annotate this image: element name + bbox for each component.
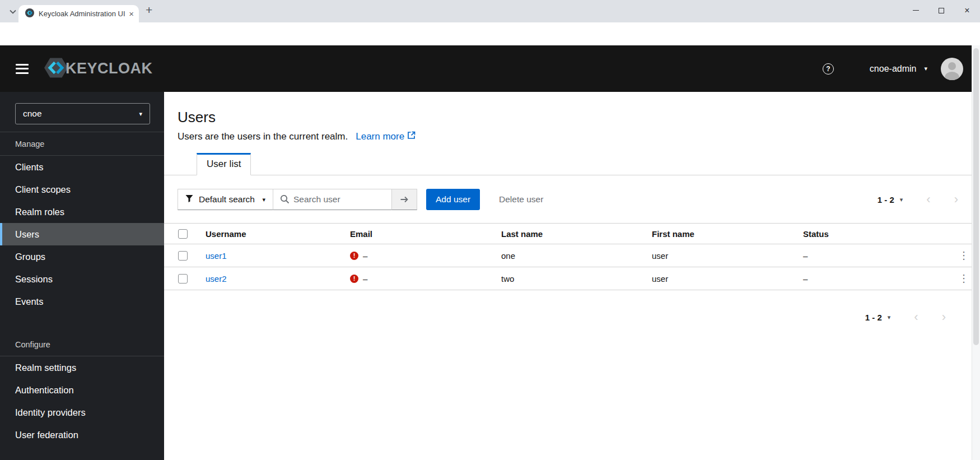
tab-search-button[interactable] [7, 6, 18, 17]
next-page-icon[interactable]: › [942, 311, 946, 323]
sidebar-item-clients[interactable]: Clients [0, 156, 164, 178]
page-description: Users are the users in the current realm… [178, 131, 348, 142]
brand-text: KEYCLOAK [66, 60, 153, 77]
select-all-cell [164, 229, 206, 239]
table-header-row: Username Email Last name First name Stat… [164, 223, 972, 244]
current-username: cnoe-admin [870, 64, 917, 74]
pagination-range[interactable]: 1 - 2 [878, 195, 894, 205]
search-field-wrap [273, 189, 392, 210]
column-header-status: Status [803, 229, 956, 239]
email-value: – [363, 274, 367, 284]
learn-more-link[interactable]: Learn more [356, 131, 416, 142]
search-type-label: Default search [199, 194, 262, 205]
email-cell: ! – [350, 274, 501, 284]
username-cell: user1 [206, 251, 350, 261]
status-cell: – [803, 251, 956, 261]
pagination-range[interactable]: 1 - 2 [865, 313, 882, 322]
previous-page-icon[interactable]: ‹ [914, 311, 918, 323]
delete-user-button[interactable]: Delete user [499, 194, 543, 205]
row-actions-kebab-icon[interactable]: ⋮ [956, 272, 972, 285]
scrollbar-thumb[interactable] [973, 48, 979, 345]
column-header-last-name: Last name [501, 229, 652, 239]
page-title: Users [178, 109, 958, 126]
top-pagination: 1 - 2 ▾ ‹ › [878, 193, 958, 206]
browser-tab-strip: Keycloak Administration UI × + × [0, 0, 980, 22]
nav-group-configure-title: Configure [0, 333, 164, 356]
page-header: Users Users are the users in the current… [164, 92, 972, 142]
tab-close-icon[interactable]: × [129, 10, 134, 18]
select-all-checkbox[interactable] [178, 229, 188, 239]
address-bar: Not secure https://cnoe.localtest.me:844… [0, 22, 980, 45]
caret-down-icon: ▾ [924, 65, 927, 72]
row-checkbox[interactable] [178, 274, 188, 284]
status-cell: – [803, 274, 956, 284]
last-name-cell: two [501, 274, 652, 284]
maximize-icon [939, 8, 944, 13]
keycloak-logo[interactable]: KEYCLOAK [41, 54, 153, 83]
tab-title: Keycloak Administration UI [39, 10, 125, 18]
column-header-email: Email [350, 229, 501, 239]
maximize-button[interactable] [928, 0, 954, 21]
minimize-button[interactable] [903, 0, 928, 21]
avatar-body [945, 72, 959, 80]
realm-selector[interactable]: cnoe ▾ [15, 103, 150, 124]
sidebar: cnoe ▾ Manage Clients Client scopes Real… [0, 92, 164, 460]
sidebar-item-realm-roles[interactable]: Realm roles [0, 201, 164, 223]
users-table: Username Email Last name First name Stat… [164, 223, 972, 290]
sidebar-item-users[interactable]: Users [0, 223, 164, 245]
user-link[interactable]: user1 [206, 251, 227, 261]
first-name-cell: user [652, 251, 803, 261]
sidebar-item-realm-settings[interactable]: Realm settings [0, 356, 164, 379]
last-name-cell: one [501, 251, 652, 261]
sidebar-item-sessions[interactable]: Sessions [0, 268, 164, 290]
external-link-icon [407, 131, 416, 142]
previous-page-icon[interactable]: ‹ [926, 193, 930, 206]
sidebar-item-client-scopes[interactable]: Client scopes [0, 178, 164, 201]
chevron-down-icon [10, 6, 16, 16]
caret-down-icon[interactable]: ▾ [888, 314, 891, 321]
search-type-dropdown[interactable]: Default search ▾ [178, 189, 273, 210]
search-submit-button[interactable] [392, 189, 417, 210]
configure-nav-list: Realm settings Authentication Identity p… [0, 356, 164, 446]
sidebar-item-user-federation[interactable]: User federation [0, 424, 164, 446]
next-page-icon[interactable]: › [954, 193, 958, 206]
masthead: KEYCLOAK ? cnoe-admin ▾ [0, 45, 972, 92]
column-header-first-name: First name [652, 229, 803, 239]
row-checkbox[interactable] [178, 251, 188, 261]
browser-tab[interactable]: Keycloak Administration UI × [18, 5, 139, 22]
caret-down-icon[interactable]: ▾ [900, 196, 903, 203]
learn-more-label: Learn more [356, 131, 404, 142]
nav-group-manage-title: Manage [0, 132, 164, 155]
avatar-head [948, 62, 956, 70]
row-select-cell [164, 274, 206, 284]
nav-toggle-hamburger-icon[interactable] [16, 64, 29, 74]
help-icon[interactable]: ? [823, 63, 834, 75]
sidebar-item-identity-providers[interactable]: Identity providers [0, 401, 164, 424]
table-row: user2 ! – two user – ⋮ [164, 267, 972, 290]
sidebar-item-events[interactable]: Events [0, 290, 164, 313]
close-window-button[interactable]: × [954, 0, 980, 21]
tab-user-list[interactable]: User list [197, 153, 251, 175]
column-header-username: Username [206, 229, 350, 239]
avatar[interactable] [941, 58, 963, 80]
page-description-row: Users are the users in the current realm… [178, 131, 958, 142]
caret-down-icon: ▾ [262, 196, 265, 203]
user-link[interactable]: user2 [206, 274, 227, 284]
search-input[interactable] [273, 189, 392, 210]
manage-nav-list: Clients Client scopes Realm roles Users … [0, 156, 164, 313]
user-menu[interactable]: cnoe-admin ▾ [870, 64, 927, 74]
email-error-icon: ! [350, 275, 358, 283]
main-content: Users Users are the users in the current… [164, 92, 972, 460]
add-user-button[interactable]: Add user [426, 189, 480, 210]
window-controls: × [903, 0, 980, 21]
sidebar-item-authentication[interactable]: Authentication [0, 379, 164, 401]
sidebar-item-groups[interactable]: Groups [0, 245, 164, 268]
table-row: user1 ! – one user – ⋮ [164, 244, 972, 267]
page-scrollbar[interactable] [972, 45, 980, 460]
email-value: – [363, 251, 367, 261]
new-tab-button[interactable]: + [146, 4, 152, 16]
bottom-pagination: 1 - 2 ▾ ‹ › [164, 311, 972, 323]
row-actions-kebab-icon[interactable]: ⋮ [956, 249, 972, 262]
username-cell: user2 [206, 274, 350, 284]
table-toolbar: Default search ▾ Add user Delete user 1 … [164, 189, 972, 210]
